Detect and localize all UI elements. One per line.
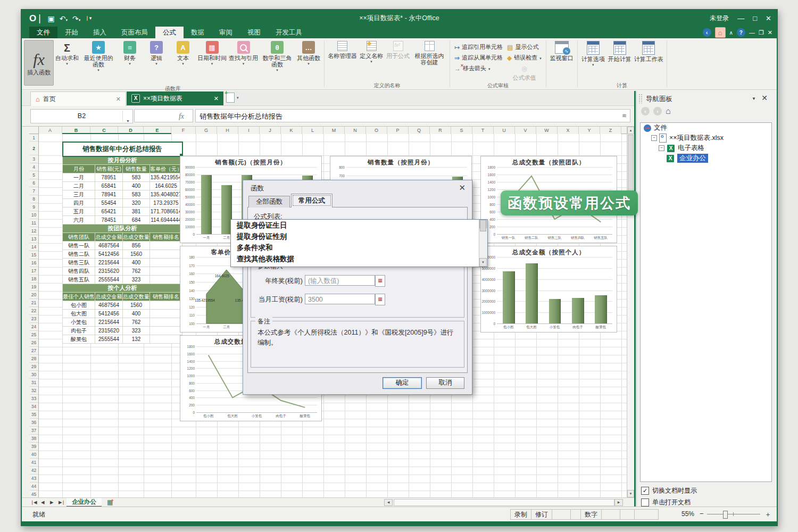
cell[interactable]: 4687564 [95,301,123,310]
chart-deal-amount-by-person[interactable]: 总成交金额（按照个人）01000000200000030000004000000… [480,246,617,332]
column-header-S[interactable]: S [451,127,472,134]
cell[interactable]: 65841 [95,182,123,190]
ribbon-tab-开始[interactable]: 开始 [57,27,86,38]
cell[interactable]: 762 [123,267,150,276]
checkbox-show-on-switch[interactable]: ✓ 切换文档时显示 [641,486,697,495]
ribbon-item-监视窗口[interactable]: ∿监视窗口 [548,40,575,62]
cell[interactable]: 65421 [95,207,123,216]
zoom-slider-thumb[interactable] [723,511,728,519]
cell-section-header[interactable]: 按月份分析 [63,156,182,165]
dialog-close-icon[interactable]: ✕ [459,183,466,193]
row-header-7[interactable]: 7 [29,187,38,195]
tree-item-企业办公[interactable]: X企业办公 [641,153,771,163]
cell[interactable]: 78951 [95,173,123,182]
zoom-in-icon[interactable]: ＋ [764,510,771,519]
cell[interactable]: 583 [123,190,150,199]
cell[interactable]: 856 [123,242,150,250]
formula-list-item[interactable]: 多条件求和 [231,242,487,253]
ribbon-tab-数据[interactable]: 数据 [184,27,212,38]
list-scroll-down-icon[interactable]: ▼ [479,258,487,267]
cell[interactable]: 5412456 [95,310,123,318]
collapse-ribbon-icon[interactable]: ∧ [729,30,733,36]
row-header-15[interactable]: 15 [29,251,38,259]
ribbon-item-错误检查[interactable]: ◆错误检查▾ [507,54,542,62]
doc-tab-active[interactable]: X ××项目数据表 ✕ [127,92,223,105]
panel-menu-caret-icon[interactable]: ▼ [752,96,756,101]
help-icon[interactable]: ? [737,28,745,37]
cell[interactable]: 5412456 [95,250,123,259]
ribbon-item-显示公式[interactable]: ▤显示公式 [507,43,542,51]
first-sheet-icon[interactable]: ❘◀ [30,500,37,505]
row-header-9[interactable]: 9 [29,203,38,211]
cell[interactable]: 78451 [95,216,123,225]
column-header-M[interactable]: M [323,127,345,134]
ribbon-item-名称管理器[interactable]: 名称管理器 [327,40,358,60]
row-header-19[interactable]: 19 [29,283,38,291]
formula-input[interactable]: 销售数据年中分析总结报告 [195,109,630,122]
cell-table-title[interactable]: 销售数据年中分析总结报告 [63,142,182,156]
row-header-36[interactable]: 36 [29,419,38,427]
tree-expander-icon[interactable]: − [651,135,657,141]
pane-splitter[interactable] [634,91,636,506]
monthly-salary-input[interactable]: 3500 [305,294,375,304]
row-header-22[interactable]: 22 [29,307,38,315]
cell-column-header[interactable]: 总成交数量 [123,293,150,301]
cell-column-header[interactable]: 月份 [63,165,95,173]
cell[interactable]: 2315620 [95,327,123,335]
cell[interactable] [150,318,182,327]
cell[interactable]: 323 [123,276,150,284]
ribbon-tab-视图[interactable]: 视图 [240,27,268,38]
column-header-G[interactable]: G [196,127,217,134]
nav-home-icon[interactable]: ⌂ [666,107,671,115]
row-header-4[interactable]: 4 [29,163,38,171]
cell[interactable]: 400 [123,310,150,318]
row-header-25[interactable]: 25 [29,331,38,339]
cell[interactable]: 销售二队 [63,250,95,259]
cell[interactable]: 4687564 [95,242,123,250]
row-header-39[interactable]: 39 [29,443,38,451]
column-header-Q[interactable]: Q [409,127,430,134]
cell[interactable]: 1560 [123,301,150,310]
cell-column-header[interactable]: 总成交金额 [95,293,123,301]
hscroll-left-icon[interactable]: ◀ [384,499,393,506]
minimize-icon[interactable]: — [737,15,744,22]
cell[interactable]: 2555544 [95,335,123,344]
column-header-Y[interactable]: Y [579,127,600,134]
cell[interactable]: 肉包子 [63,327,95,335]
ribbon-item-其他函数[interactable]: …其他函数▾ [295,40,322,66]
row-header-13[interactable]: 13 [29,235,38,243]
cell[interactable]: 2555544 [95,276,123,284]
column-header-O[interactable]: O [366,127,387,134]
formula-list-item[interactable]: 提取身份证生日 [231,220,487,231]
close-doc-tab-icon[interactable]: ✕ [214,95,219,102]
doc-restore-icon[interactable]: ❐ [759,29,764,36]
dialog-tab-common-formulas[interactable]: 常用公式 [291,194,332,207]
doc-tab-home[interactable]: ⌂ 首页 ✕ [30,92,126,106]
zoom-out-icon[interactable]: − [700,510,704,518]
cell[interactable]: 173.29375 [150,199,182,207]
horizontal-scrollbar[interactable] [394,499,614,506]
doc-close-icon[interactable]: ✕ [768,29,772,36]
ribbon-item-插入函数[interactable]: fx插入函数 [24,40,54,86]
close-home-tab-icon[interactable]: ✕ [116,96,121,103]
row-header-42[interactable]: 42 [29,467,38,475]
checkbox-unchecked-icon[interactable] [641,498,649,506]
column-header-Z[interactable]: Z [600,127,621,134]
cell[interactable]: 二月 [63,182,95,190]
nav-forward-icon[interactable]: › [653,107,662,115]
cell[interactable] [150,267,182,276]
ribbon-item-最近使用的函数[interactable]: ★最近使用的函数▾ [80,40,117,73]
cell[interactable]: 包小图 [63,301,95,310]
ribbon-item-移去箭头[interactable]: →×移去箭头▾ [454,64,503,72]
row-header-5[interactable]: 5 [29,171,38,179]
row-header-12[interactable]: 12 [29,227,38,235]
cell[interactable]: 小笼包 [63,318,95,327]
cell[interactable]: 销售三队 [63,259,95,267]
row-header-2[interactable]: 2 [29,142,38,155]
ribbon-item-自动求和[interactable]: Σ自动求和▾ [54,40,80,66]
cell[interactable] [150,259,182,267]
ribbon-item-逻辑[interactable]: ?逻辑▾ [143,40,170,66]
cell[interactable] [150,250,182,259]
ribbon-tab-公式[interactable]: 公式 [155,27,184,38]
list-scroll-thumb[interactable] [480,220,486,231]
